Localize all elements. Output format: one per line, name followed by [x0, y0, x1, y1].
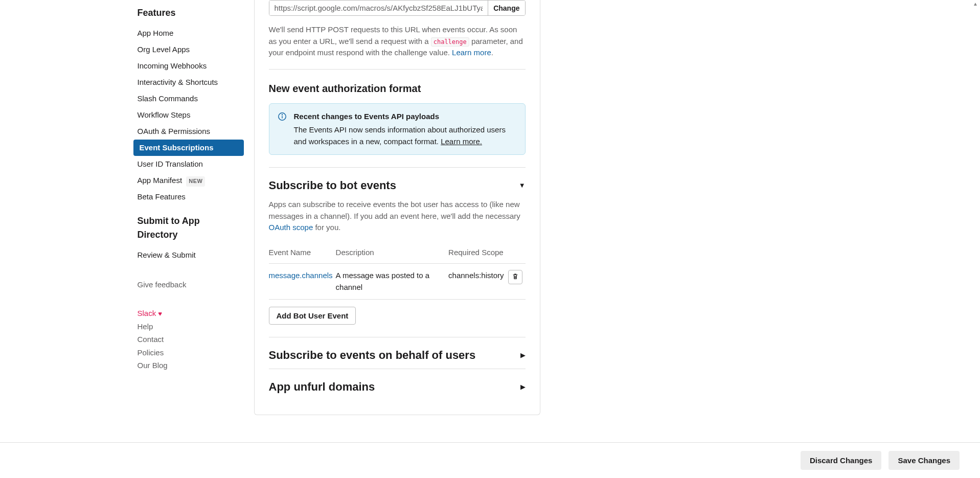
save-changes-button[interactable]: Save Changes	[888, 451, 960, 470]
sidebar-section-submit: Submit to App Directory	[138, 214, 240, 242]
sidebar-item-user-id-translation[interactable]: User ID Translation	[133, 156, 244, 172]
sidebar-item-incoming-webhooks[interactable]: Incoming Webhooks	[133, 58, 244, 74]
col-required-scope: Required Scope	[448, 243, 507, 264]
caret-right-icon: ▶	[520, 382, 526, 392]
blog-link[interactable]: Our Blog	[138, 359, 240, 372]
sidebar-item-slash-commands[interactable]: Slash Commands	[133, 90, 244, 107]
bottom-action-bar: Discard Changes Save Changes	[0, 442, 980, 476]
add-bot-user-event-button[interactable]: Add Bot User Event	[269, 307, 356, 325]
event-name-link[interactable]: message.channels	[269, 271, 333, 280]
new-badge: NEW	[186, 176, 205, 187]
sidebar-item-org-level-apps[interactable]: Org Level Apps	[133, 41, 244, 58]
sidebar-item-event-subscriptions[interactable]: Event Subscriptions	[133, 140, 244, 156]
bot-events-toggle[interactable]: Subscribe to bot events ▼	[269, 177, 526, 194]
bot-events-description: Apps can subscribe to receive events the…	[269, 199, 526, 234]
user-events-heading: Subscribe to events on behalf of users	[269, 347, 476, 363]
caret-down-icon: ▼	[519, 180, 526, 191]
delete-event-button[interactable]	[508, 270, 522, 284]
banner-title: Recent changes to Events API payloads	[294, 111, 517, 123]
sidebar-item-beta-features[interactable]: Beta Features	[133, 189, 244, 205]
unfurl-domains-heading: App unfurl domains	[269, 378, 375, 395]
info-icon	[278, 112, 287, 121]
slack-link[interactable]: Slack ♥	[138, 307, 240, 320]
policies-link[interactable]: Policies	[138, 346, 240, 359]
col-event-name: Event Name	[269, 243, 336, 264]
discard-changes-button[interactable]: Discard Changes	[801, 451, 882, 470]
request-url-description: We'll send HTTP POST requests to this UR…	[269, 24, 526, 59]
sidebar-item-app-home[interactable]: App Home	[133, 25, 244, 41]
sidebar-item-oauth-permissions[interactable]: OAuth & Permissions	[133, 123, 244, 140]
auth-format-heading: New event authorization format	[269, 81, 526, 96]
svg-point-2	[282, 114, 282, 115]
main-panel: Change We'll send HTTP POST requests to …	[254, 0, 540, 415]
bot-events-heading: Subscribe to bot events	[269, 177, 396, 194]
challenge-code: challenge	[431, 37, 469, 47]
sidebar-item-interactivity-shortcuts[interactable]: Interactivity & Shortcuts	[133, 74, 244, 90]
change-url-button[interactable]: Change	[488, 1, 525, 15]
sidebar-item-review-submit[interactable]: Review & Submit	[133, 247, 244, 263]
event-scope: channels:history	[448, 264, 507, 300]
sidebar: Features App Home Org Level Apps Incomin…	[138, 0, 240, 415]
contact-link[interactable]: Contact	[138, 333, 240, 346]
sidebar-item-app-manifest[interactable]: App Manifest NEW	[133, 172, 244, 189]
user-events-toggle[interactable]: Subscribe to events on behalf of users ▶	[269, 347, 526, 363]
help-link[interactable]: Help	[138, 320, 240, 333]
unfurl-domains-toggle[interactable]: App unfurl domains ▶	[269, 378, 526, 395]
heart-icon: ♥	[158, 310, 162, 317]
banner-body: The Events API now sends information abo…	[294, 124, 517, 147]
caret-right-icon: ▶	[520, 350, 526, 360]
sidebar-section-features: Features	[138, 6, 240, 20]
oauth-scope-link[interactable]: OAuth scope	[269, 223, 313, 232]
banner-learn-more-link[interactable]: Learn more.	[441, 137, 482, 146]
table-row: message.channels A message was posted to…	[269, 264, 526, 300]
request-url-row: Change	[269, 0, 526, 16]
give-feedback-link[interactable]: Give feedback	[138, 278, 240, 291]
sidebar-item-workflow-steps[interactable]: Workflow Steps	[133, 107, 244, 123]
bot-events-table: Event Name Description Required Scope me…	[269, 243, 526, 300]
info-banner: Recent changes to Events API payloads Th…	[269, 103, 526, 155]
col-description: Description	[336, 243, 449, 264]
scroll-up-indicator[interactable]: ▲	[972, 0, 979, 9]
request-url-input[interactable]	[269, 1, 488, 15]
learn-more-link[interactable]: Learn more	[452, 48, 491, 57]
trash-icon	[512, 273, 519, 282]
event-description: A message was posted to a channel	[336, 264, 449, 300]
